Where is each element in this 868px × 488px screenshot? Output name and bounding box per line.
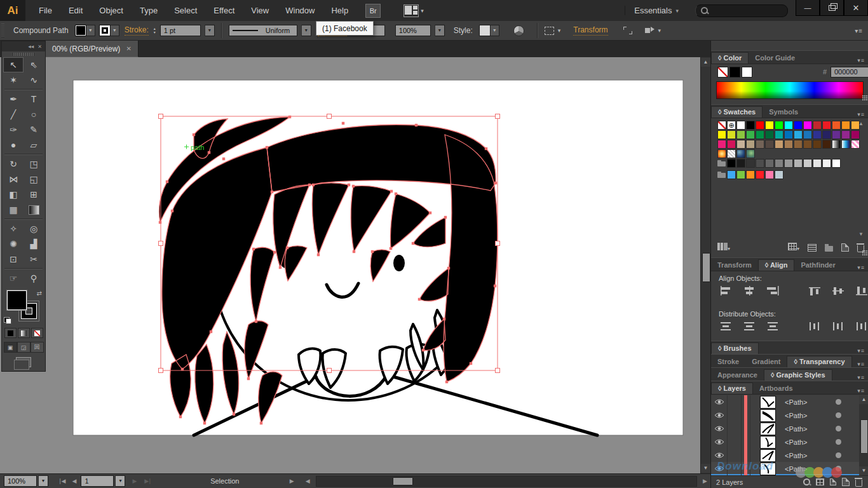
lock-toggle[interactable] (728, 409, 742, 422)
color-button[interactable] (4, 328, 17, 338)
tools-panel-grip[interactable] (2, 51, 45, 57)
gradient-button[interactable] (18, 328, 30, 338)
layer-row[interactable]: <Path> (711, 409, 859, 423)
layer-thumbnail[interactable] (760, 423, 776, 435)
distribute-vertical-center-icon[interactable] (742, 321, 756, 332)
swatch[interactable] (736, 140, 745, 149)
swatch[interactable] (756, 170, 764, 179)
new-swatch-icon[interactable] (841, 243, 849, 252)
horizontal-scroll-thumb[interactable] (393, 477, 413, 485)
minimize-button[interactable]: — (796, 0, 820, 16)
panel-menu-icon[interactable]: ▾≡ (857, 57, 865, 64)
swatch[interactable] (822, 140, 831, 149)
arrange-documents-dropdown[interactable]: ▾ (421, 8, 424, 14)
swatch[interactable] (736, 159, 745, 168)
status-indicator[interactable]: Selection (165, 477, 285, 485)
lock-toggle[interactable] (728, 422, 742, 435)
new-layer-icon[interactable] (842, 478, 850, 486)
canvas-area[interactable]: path (0, 57, 700, 473)
scroll-left-icon[interactable]: ◀ (302, 478, 313, 484)
swatch[interactable] (775, 159, 783, 168)
draw-inside-icon[interactable]: 回 (31, 342, 44, 353)
swatch[interactable] (803, 121, 812, 130)
width-profile-dropdown[interactable]: ▾ (301, 25, 311, 36)
layer-row[interactable]: <Path> (711, 395, 859, 409)
workspace-switcher[interactable]: Essentials ▾ (625, 6, 688, 15)
swatch-grad-orange[interactable] (717, 149, 726, 158)
screen-mode-button[interactable] (2, 357, 45, 367)
layer-target-circle[interactable] (836, 399, 841, 405)
horizontal-scrollbar[interactable] (316, 476, 697, 487)
swatch[interactable] (756, 140, 764, 149)
slice-tool-icon[interactable]: ✂ (24, 252, 44, 267)
width-tool-icon[interactable]: ⋈ (3, 172, 24, 187)
swatch[interactable] (756, 159, 764, 168)
swatch[interactable] (765, 140, 774, 149)
artboard-tool-icon[interactable]: ⊡ (3, 252, 24, 267)
swatch[interactable] (832, 130, 841, 139)
swatch-registration[interactable]: ⊕ (727, 121, 736, 130)
hex-value-field[interactable]: 000000 (831, 67, 868, 78)
status-menu-icon[interactable]: ▶ (287, 478, 297, 484)
swatch[interactable] (765, 121, 774, 130)
swatch-kinds-icon[interactable] (788, 243, 797, 250)
pen-tool-icon[interactable]: ✒ (3, 92, 24, 107)
swatch[interactable] (765, 159, 774, 168)
none-button[interactable] (31, 328, 43, 338)
distribute-horizontal-right-icon[interactable] (855, 321, 868, 332)
mesh-tool-icon[interactable]: ▦ (3, 202, 24, 217)
swatch[interactable] (765, 130, 774, 139)
swatch[interactable] (784, 121, 793, 130)
swatch[interactable] (756, 121, 764, 130)
swatch[interactable] (765, 170, 774, 179)
eraser-tool-icon[interactable]: ▱ (24, 137, 44, 152)
visibility-toggle-icon[interactable] (711, 409, 728, 422)
lasso-tool-icon[interactable]: ∿ (24, 72, 44, 88)
color-panel-resize-grip[interactable] (862, 95, 867, 100)
layer-thumbnail[interactable] (760, 409, 776, 422)
tab-symbols[interactable]: Symbols (763, 107, 804, 118)
scroll-down-icon[interactable]: ▼ (701, 464, 710, 473)
layer-label[interactable]: <Path> (785, 425, 836, 433)
swatch-options-icon[interactable] (808, 244, 817, 252)
menu-item-type[interactable]: Type (132, 0, 166, 21)
tab-pathfinder[interactable]: Pathfinder (794, 260, 841, 271)
opacity-dropdown[interactable]: ▾ (435, 25, 445, 36)
gradient-tool-icon[interactable] (24, 202, 44, 217)
layer-label[interactable]: <Path> (785, 452, 836, 459)
menu-item-object[interactable]: Object (91, 0, 132, 21)
new-color-group-icon[interactable] (825, 246, 833, 252)
stroke-weight-dropdown[interactable]: ▾ (205, 25, 215, 36)
document-close-icon[interactable]: ✕ (126, 45, 131, 52)
width-profile-field[interactable]: Uniform (229, 25, 297, 36)
previous-artboard-button[interactable]: ◀ (69, 478, 79, 484)
tab-swatches[interactable]: ◊ Swatches (711, 106, 763, 118)
shape-builder-tool-icon[interactable]: ◧ (3, 187, 24, 202)
collapse-panel-icon[interactable]: ◂◂ (28, 43, 34, 50)
tab-align[interactable]: ◊ Align (758, 259, 795, 271)
menu-item-help[interactable]: Help (323, 0, 356, 21)
swatch[interactable] (746, 140, 755, 149)
search-box[interactable] (695, 4, 788, 17)
swatch[interactable] (727, 130, 736, 139)
align-vertical-center-icon[interactable] (831, 285, 845, 296)
panel-menu-icon[interactable]: ▾≡ (857, 388, 865, 394)
swatch[interactable] (746, 130, 755, 139)
layers-scroll-up-icon[interactable]: ▲ (859, 395, 868, 404)
swatch[interactable] (736, 130, 745, 139)
swatch-scroll-up-icon[interactable]: ▲ (858, 121, 864, 126)
new-sublayer-icon[interactable] (830, 478, 836, 485)
opacity-field[interactable]: 100% (395, 25, 431, 36)
default-fill-stroke-icon[interactable] (4, 317, 11, 324)
swap-fill-stroke-icon[interactable]: ⇄ (37, 290, 42, 297)
vertical-scrollbar[interactable]: ▲ ▼ (700, 57, 710, 473)
select-similar-dropdown[interactable]: ▾ (558, 27, 561, 34)
style-button[interactable]: ▾ (479, 25, 499, 36)
zoom-field[interactable]: 100% (4, 475, 37, 487)
swatch-scroll-down-icon[interactable]: ▼ (858, 231, 864, 237)
hand-tool-icon[interactable]: ☞ (3, 271, 24, 286)
stroke-panel-link[interactable]: Stroke: (125, 25, 149, 36)
stroke-weight-stepper[interactable]: ▴▾ (154, 27, 156, 34)
swatch[interactable] (784, 140, 793, 149)
symbol-sprayer-tool-icon[interactable]: ✺ (3, 236, 24, 252)
